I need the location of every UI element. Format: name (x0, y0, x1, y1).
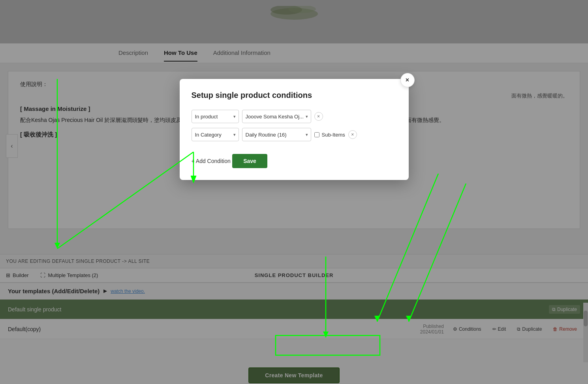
save-btn[interactable]: Save (232, 154, 267, 168)
add-condition-btn[interactable]: + Add Condition (192, 158, 231, 164)
condition-value-select-wrapper-1: Jooove Soma Kesha Oj... (242, 110, 311, 123)
modal-overlay: × Setup single product conditions In pro… (0, 0, 588, 384)
condition-value-select-1[interactable]: Jooove Soma Kesha Oj... (242, 110, 311, 123)
condition-type-select-wrapper-1: In product In category (192, 110, 239, 123)
sub-items-text: Sub-Items (322, 132, 345, 138)
modal-title: Setup single product conditions (192, 91, 397, 100)
condition-row-2: In Category In product Daily Routine (16… (192, 128, 397, 141)
sub-items-label: Sub-Items (314, 132, 345, 138)
condition-value-select-wrapper-2: Daily Routine (16) (242, 128, 311, 141)
sub-items-checkbox[interactable] (314, 132, 319, 137)
modal-close-button[interactable]: × (400, 73, 415, 87)
condition-type-select-2[interactable]: In Category In product (192, 128, 239, 141)
condition-type-select-wrapper-2: In Category In product (192, 128, 239, 141)
condition-row-1: In product In category Jooove Soma Kesha… (192, 110, 397, 123)
condition-type-select-1[interactable]: In product In category (192, 110, 239, 123)
condition-value-select-2[interactable]: Daily Routine (16) (242, 128, 311, 141)
clear-btn-2[interactable]: × (348, 130, 357, 139)
conditions-modal: × Setup single product conditions In pro… (180, 79, 409, 180)
clear-btn-1[interactable]: × (314, 112, 323, 121)
